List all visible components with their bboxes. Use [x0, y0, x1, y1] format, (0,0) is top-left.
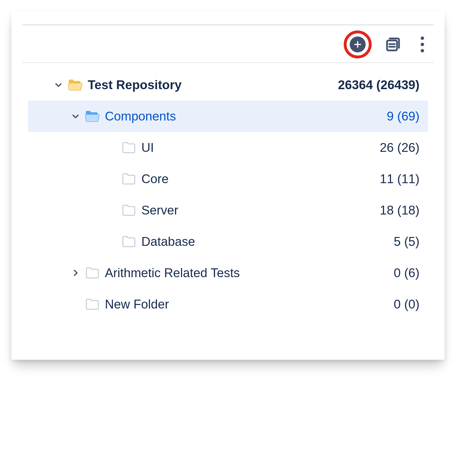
tree-row-components[interactable]: Components 9 (69): [28, 101, 428, 132]
folder-icon: [120, 142, 137, 154]
folder-count: 0 (6): [389, 266, 420, 280]
folder-label[interactable]: Arithmetic Related Tests: [105, 266, 389, 280]
tree-row-ui[interactable]: UI 26 (26): [28, 132, 428, 163]
folder-label[interactable]: Test Repository: [88, 78, 333, 92]
more-options-button[interactable]: [414, 36, 430, 52]
folder-icon: [120, 204, 137, 216]
chevron-down-icon: [54, 81, 63, 89]
dot-icon: [421, 36, 424, 40]
expand-toggle[interactable]: [50, 81, 67, 89]
chevron-down-icon: [71, 112, 80, 120]
folder-label[interactable]: UI: [141, 140, 375, 155]
tree-row-root[interactable]: Test Repository 26364 (26439): [28, 69, 428, 101]
test-repository-panel: Test Repository 26364 (26439) Components…: [11, 11, 445, 360]
folder-count: 11 (11): [375, 172, 420, 186]
expand-toggle[interactable]: [67, 112, 84, 120]
folder-icon: [120, 173, 137, 185]
folder-count: 0 (0): [389, 297, 420, 311]
folder-label[interactable]: Components: [105, 109, 382, 123]
folder-open-icon: [84, 110, 101, 122]
folder-label[interactable]: Core: [141, 172, 375, 186]
dot-icon: [421, 43, 424, 46]
tree-row-database[interactable]: Database 5 (5): [28, 226, 428, 257]
tree-row-new-folder[interactable]: New Folder 0 (0): [28, 289, 428, 320]
highlight-ring-icon: [344, 30, 372, 58]
dot-icon: [421, 49, 424, 52]
expand-collapse-button[interactable]: [382, 33, 404, 56]
expand-toggle[interactable]: [67, 269, 84, 277]
expand-collapse-icon: [385, 36, 401, 52]
toolbar: [22, 25, 434, 62]
svg-rect-0: [387, 40, 397, 50]
folder-count: 26 (26): [375, 140, 420, 155]
tree-row-server[interactable]: Server 18 (18): [28, 195, 428, 226]
folder-label[interactable]: Database: [141, 234, 389, 249]
folder-label[interactable]: New Folder: [105, 297, 389, 311]
folder-icon: [84, 267, 101, 279]
folder-label[interactable]: Server: [141, 203, 375, 217]
folder-open-icon: [67, 79, 84, 91]
folder-count: 9 (69): [382, 109, 420, 123]
tree-row-arithmetic[interactable]: Arithmetic Related Tests 0 (6): [28, 257, 428, 289]
add-button-highlight: [344, 30, 372, 58]
tree-row-core[interactable]: Core 11 (11): [28, 163, 428, 195]
folder-icon: [84, 298, 101, 310]
folder-count: 5 (5): [389, 234, 420, 249]
folder-count: 26364 (26439): [333, 78, 420, 92]
folder-count: 18 (18): [375, 203, 420, 217]
folder-tree: Test Repository 26364 (26439) Components…: [22, 63, 434, 320]
folder-icon: [120, 236, 137, 248]
chevron-right-icon: [71, 269, 80, 277]
